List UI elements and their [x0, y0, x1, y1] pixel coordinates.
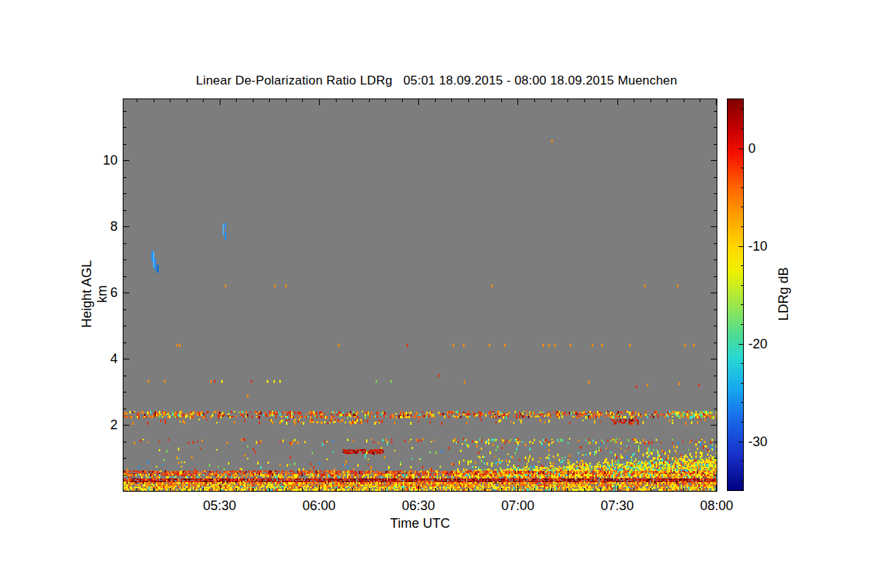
axis-tick: [123, 193, 126, 194]
axis-tick: [123, 326, 126, 326]
axis-tick: [714, 259, 717, 260]
axis-tick: [741, 168, 743, 168]
axis-tick: [711, 425, 717, 426]
axis-tick: [170, 488, 171, 491]
axis-tick: [123, 293, 129, 293]
axis-tick: [711, 226, 717, 227]
axis-tick: [716, 485, 717, 491]
axis-tick: [741, 265, 743, 266]
quicklook-page: { "title": "Linear De-Polarization Ratio…: [0, 0, 882, 588]
axis-tick: [319, 485, 320, 491]
axis-tick: [253, 99, 254, 102]
axis-tick: [741, 324, 743, 325]
axis-tick: [123, 425, 129, 426]
axis-tick: [714, 343, 717, 343]
axis-tick: [203, 488, 204, 491]
axis-tick: [714, 144, 717, 145]
x-tick-label: 07:30: [588, 498, 647, 514]
axis-tick: [650, 488, 651, 491]
axis-tick: [739, 344, 743, 345]
axis-tick: [714, 326, 717, 326]
axis-tick: [584, 99, 585, 102]
y-tick-label: 2: [87, 417, 118, 432]
axis-tick: [501, 488, 502, 491]
axis-tick: [711, 293, 717, 293]
axis-tick: [534, 488, 535, 491]
axis-tick: [220, 99, 220, 105]
axis-tick: [253, 488, 254, 491]
axis-tick: [435, 488, 436, 491]
axis-tick: [137, 488, 137, 491]
axis-tick: [517, 99, 518, 105]
axis-tick: [336, 488, 337, 491]
axis-tick: [714, 276, 717, 277]
axis-tick: [714, 309, 717, 310]
axis-tick: [451, 488, 452, 491]
axis-tick: [123, 309, 126, 310]
axis-tick: [634, 488, 634, 491]
axis-tick: [123, 226, 129, 227]
x-tick-label: 06:00: [290, 498, 348, 514]
axis-tick: [684, 488, 684, 491]
axis-tick: [517, 485, 518, 491]
axis-tick: [600, 488, 601, 491]
chart-title: Linear De-Polarization Ratio LDRg 05:01 …: [123, 74, 750, 88]
axis-tick: [352, 488, 353, 491]
axis-tick: [236, 488, 237, 491]
axis-tick: [269, 488, 270, 491]
axis-tick: [739, 246, 743, 247]
y-tick-label: 4: [87, 351, 118, 366]
axis-tick: [302, 99, 303, 102]
axis-tick: [714, 210, 717, 211]
axis-tick: [468, 488, 469, 491]
x-axis-label: Time UTC: [123, 516, 717, 531]
y-axis-label: Height AGL km: [79, 250, 94, 338]
axis-tick: [123, 127, 126, 128]
axis-tick: [154, 99, 154, 102]
axis-tick: [714, 458, 717, 459]
axis-tick: [714, 392, 717, 392]
axis-tick: [123, 276, 126, 277]
axis-tick: [435, 99, 436, 102]
axis-tick: [418, 485, 419, 491]
axis-tick: [220, 485, 220, 491]
axis-tick: [385, 99, 386, 102]
axis-tick: [741, 285, 743, 286]
axis-tick: [714, 442, 717, 442]
axis-tick: [714, 111, 717, 112]
axis-tick: [123, 177, 126, 178]
plot-area: [123, 98, 717, 492]
axis-tick: [617, 485, 618, 491]
axis-tick: [369, 488, 370, 491]
x-tick-label: 07:00: [488, 498, 547, 514]
colorbar-gradient: [728, 99, 743, 490]
axis-tick: [567, 488, 568, 491]
axis-tick: [714, 127, 717, 128]
axis-tick: [714, 409, 717, 409]
axis-tick: [123, 359, 129, 359]
axis-tick: [302, 488, 303, 491]
axis-tick: [700, 99, 700, 102]
axis-tick: [123, 376, 126, 376]
colorbar-tick-label: -20: [748, 337, 782, 351]
axis-tick: [741, 383, 743, 384]
axis-tick: [451, 99, 452, 102]
axis-tick: [123, 442, 126, 442]
axis-tick: [711, 160, 717, 161]
axis-tick: [741, 207, 743, 207]
axis-tick: [369, 99, 370, 102]
axis-tick: [700, 488, 700, 491]
axis-tick: [711, 359, 717, 359]
axis-tick: [286, 99, 287, 102]
axis-tick: [741, 422, 743, 423]
axis-tick: [741, 304, 743, 305]
axis-tick: [123, 259, 126, 260]
x-tick-label: 08:00: [687, 498, 746, 514]
axis-tick: [714, 376, 717, 376]
axis-tick: [741, 129, 743, 129]
axis-tick: [187, 99, 187, 102]
axis-tick: [534, 99, 535, 102]
axis-tick: [650, 99, 651, 102]
axis-tick: [123, 111, 126, 112]
axis-tick: [484, 488, 485, 491]
